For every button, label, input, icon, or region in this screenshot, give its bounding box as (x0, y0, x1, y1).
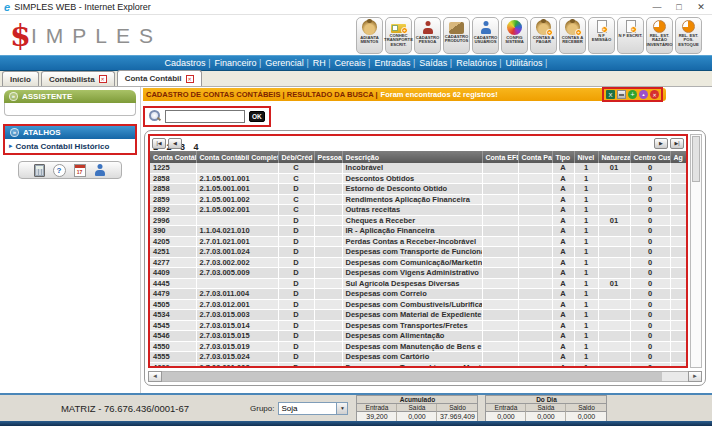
cell-deb-cred: D (278, 184, 314, 195)
cell-deb-cred: D (278, 289, 314, 300)
cell-descricao: Despesas com Alimentação (342, 331, 482, 342)
toolbar-button[interactable]: REL. EST. POS. ESTOQUE (675, 17, 702, 54)
toolbar-button[interactable]: CADASTRO PRODUTOS (443, 17, 470, 54)
menu-item[interactable]: RH (311, 58, 333, 68)
result-message: Foram encontrados 62 registros! (381, 90, 498, 99)
tab[interactable]: Início (2, 71, 39, 86)
cell-tipo: A (552, 247, 574, 258)
horizontal-scrollbar-thumb[interactable] (162, 372, 662, 381)
horizontal-scrollbar-track[interactable] (162, 371, 688, 382)
table-row[interactable]: 2859 2.1.05.001.002 C Rendimentos Aplica… (150, 194, 686, 205)
vertical-scrollbar[interactable] (690, 134, 702, 368)
table-row[interactable]: 4251 2.7.03.001.024 D Despesas com Trans… (150, 247, 686, 258)
menu-item[interactable]: Gerencial (263, 58, 310, 68)
toolbar-button[interactable]: CONTAS A PAGAR (530, 17, 557, 54)
page-link[interactable]: 4 (194, 142, 199, 152)
table-row[interactable]: 1225 C Incobrável A (150, 163, 686, 173)
table-row[interactable]: 4534 2.7.03.015.003 D Despesas com Mater… (150, 310, 686, 321)
vertical-scrollbar-thumb[interactable] (692, 136, 700, 182)
table-row[interactable]: 4550 2.7.03.015.019 D Despesas com Manut… (150, 341, 686, 352)
prev-page-button[interactable]: ◀ (168, 138, 182, 149)
grupo-select[interactable]: Soja ▼ (278, 402, 348, 415)
toolbar-button[interactable]: CADASTRO PESSOA (414, 17, 441, 54)
atalhos-header[interactable]: ATALHOS (5, 126, 135, 139)
menu-item[interactable]: Entradas (372, 58, 417, 68)
chevron-down-icon[interactable]: ▼ (336, 403, 347, 414)
toolbar-button[interactable]: N F EMISSÃO (588, 17, 615, 54)
table-row[interactable]: 2892 2.1.05.002.001 C Outras receitas A (150, 205, 686, 216)
cell-conta-contabil: 4555 (150, 352, 196, 363)
up-icon[interactable] (639, 90, 648, 99)
menu-item[interactable]: Utilitários (504, 58, 550, 68)
table-row[interactable]: 4409 2.7.03.005.009 D Despesas com Vigen… (150, 268, 686, 279)
next-page-button[interactable]: ▶ (654, 138, 668, 149)
user2-icon[interactable] (94, 163, 107, 177)
cell-ag (670, 226, 686, 237)
cell-pessoa (314, 268, 342, 279)
cell-ag (670, 194, 686, 205)
tab[interactable]: Conta Contábil (117, 70, 202, 86)
table-row[interactable]: 390 1.1.04.021.010 D IR - Aplicação Fina… (150, 226, 686, 237)
assistente-header[interactable]: ASSISTENTE (4, 90, 136, 103)
table-row[interactable]: 2858 2.1.05.001.001 D Estorno de Descont… (150, 184, 686, 195)
cell-descricao: Outras receitas (342, 205, 482, 216)
table-row[interactable]: 4505 2.7.03.012.001 D Despesas com Combu… (150, 299, 686, 310)
toolbar-button[interactable]: CONTAS A RECEBER (559, 17, 586, 54)
add-icon[interactable] (628, 90, 637, 99)
calendar-day: 17 (75, 169, 85, 175)
table-row[interactable]: 2858 2.1.05.001.001 C Descontos Obtidos … (150, 173, 686, 184)
first-page-button[interactable]: |◀ (152, 138, 166, 149)
cell-centro-custo: 0 (630, 226, 670, 237)
dodia-entrada: 0,000 (486, 412, 526, 421)
cell-descricao: Incobrável (342, 163, 482, 173)
menu-item[interactable]: Saídas (417, 58, 454, 68)
minimize-button[interactable]: — (646, 2, 668, 12)
calculator-icon[interactable] (34, 164, 45, 177)
tab-close-icon[interactable] (186, 75, 194, 83)
tab-close-icon[interactable] (99, 75, 107, 83)
search-icon (149, 110, 161, 122)
toolbar-button[interactable]: CADASTRO USUÁRIOS (472, 17, 499, 54)
maximize-button[interactable]: □ (668, 2, 690, 12)
help-icon[interactable] (53, 164, 66, 177)
menu-item[interactable]: Financeiro (212, 58, 263, 68)
search-input[interactable] (165, 110, 245, 123)
table-row[interactable]: 4479 2.7.03.011.004 D Despesas com Corre… (150, 289, 686, 300)
cell-conta-completa: 2.7.03.005.009 (196, 268, 278, 279)
scroll-left-button[interactable]: ◄ (148, 371, 162, 382)
table-row[interactable]: 4545 2.7.03.015.014 D Despesas com Trans… (150, 320, 686, 331)
toolbar-button-label: CONFIG SISTEMA (502, 36, 527, 46)
menu-item[interactable]: Cadastros (163, 58, 213, 68)
table-row[interactable]: 4555 2.7.03.015.024 D Despesas com Cartó… (150, 352, 686, 363)
cell-conta-completa (196, 215, 278, 226)
close-icon[interactable] (650, 90, 659, 99)
pie-icon (653, 20, 666, 33)
table-row[interactable]: 2996 D Cheques à Receber A (150, 215, 686, 226)
table-row[interactable]: 4205 2.7.01.021.001 D Perdas Contas a Re… (150, 236, 686, 247)
table-row[interactable]: 4662 2.7.09.001.008 D Despesas com Taxas… (150, 362, 686, 366)
close-button[interactable]: ✕ (690, 2, 712, 12)
scroll-right-button[interactable]: ► (688, 371, 702, 382)
table-row[interactable]: 4546 2.7.03.015.015 D Despesas com Alime… (150, 331, 686, 342)
cell-conta-completa: 2.7.03.015.014 (196, 320, 278, 331)
menu-item[interactable]: Cereais (333, 58, 373, 68)
toolbar-button[interactable]: N F ESCRIT. (617, 17, 644, 54)
tab[interactable]: Contabilista (41, 71, 115, 86)
toolbar-button[interactable]: ADIANTA MENTOS (356, 17, 383, 54)
cell-pessoa (314, 362, 342, 366)
pagination-nav-right: ▶ ▶| (654, 138, 684, 149)
print-icon[interactable] (617, 90, 626, 99)
calendar-icon[interactable]: 17 (74, 164, 86, 177)
table-row[interactable]: 4277 2.7.03.002.002 D Despesas com Comun… (150, 257, 686, 268)
toolbar-button[interactable]: CONFIG SISTEMA (501, 17, 528, 54)
sidebar-item-conta-contabil-historico[interactable]: Conta Contábil Histórico (5, 139, 135, 153)
search-ok-button[interactable]: OK (249, 111, 265, 122)
last-page-button[interactable]: ▶| (670, 138, 684, 149)
cell-pessoa (314, 205, 342, 216)
toolbar-button[interactable]: REL. EST. RAZÃO INVENTÁRIO (646, 17, 673, 54)
cell-deb-cred: D (278, 226, 314, 237)
menu-item[interactable]: Relatórios (454, 58, 503, 68)
excel-icon[interactable] (606, 90, 615, 99)
toolbar-button[interactable]: CONHEC TRANSPORTE ESCRIT. (385, 17, 412, 54)
table-row[interactable]: 4445 D Sul Agrícola Despesas Diversas A (150, 278, 686, 289)
